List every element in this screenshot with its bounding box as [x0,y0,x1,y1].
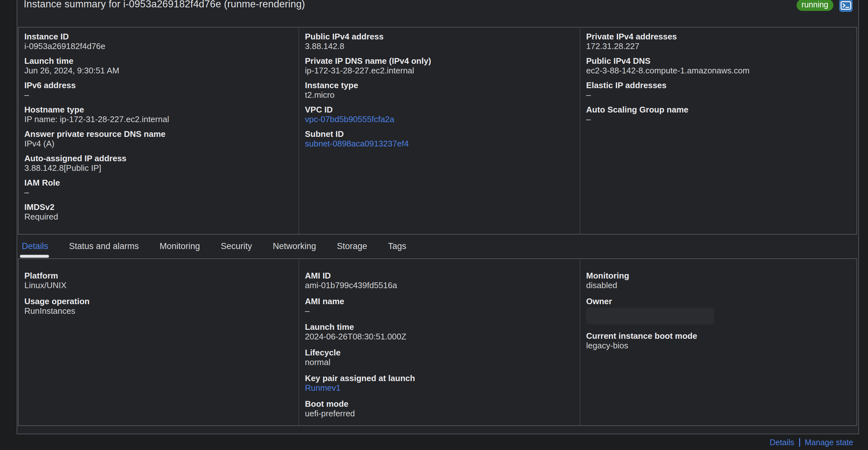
tab-tags[interactable]: Tags [388,235,406,258]
field-value: 3.88.142.8 [305,42,572,51]
field-value: ami-01b799c439fd5516a [305,281,572,290]
tab-storage[interactable]: Storage [337,235,367,258]
details-column-1: PlatformLinux/UNIXUsage operationRunInst… [19,259,299,425]
field-value-link[interactable]: Runmev1 [305,383,572,392]
field-value-link[interactable]: subnet-0898aca0913237ef4 [305,139,572,148]
field-label: Owner [586,297,849,306]
tab-status-and-alarms[interactable]: Status and alarms [69,235,139,258]
field-label: VPC ID [305,105,572,114]
field-label: Auto-assigned IP address [24,154,291,163]
field-vpc-id: VPC IDvpc-07bd5b90555fcfa2a [305,105,572,124]
field-label: Platform [24,271,291,280]
footer-details-link[interactable]: Details [770,438,794,447]
field-lifecycle: Lifecyclenormal [305,348,572,367]
field-label: Monitoring [586,271,849,280]
field-instance-type: Instance typet2.micro [305,81,572,99]
field-answer-private-resource-dns-name: Answer private resource DNS nameIPv4 (A) [24,129,291,148]
summary-column-2: Public IPv4 address3.88.142.8Private IP … [299,28,580,234]
field-value: – [24,90,291,99]
field-value: disabled [586,281,849,290]
redacted-value [586,308,714,324]
tab-bar: DetailsStatus and alarmsMonitoringSecuri… [18,235,857,258]
field-launch-time: Launch time2024-06-26T08:30:51.000Z [305,323,572,341]
summary-box: Instance IDi-0953a269182f4d76eLaunch tim… [18,27,857,235]
field-iam-role: IAM Role– [24,178,291,197]
field-value: 172.31.28.227 [586,42,849,51]
field-label: Launch time [305,323,572,331]
field-instance-id: Instance IDi-0953a269182f4d76e [24,32,291,51]
field-value-link[interactable]: vpc-07bd5b90555fcfa2a [305,115,572,124]
field-value: RunInstances [24,306,291,316]
field-label: IMDSv2 [24,203,291,212]
field-value: – [586,115,849,124]
field-value: uefi-preferred [305,409,572,418]
field-label: Private IPv4 addresses [586,32,849,41]
field-public-ipv4-address: Public IPv4 address3.88.142.8 [305,32,572,51]
field-launch-time: Launch timeJun 26, 2024, 9:30:51 AM [24,56,291,75]
field-label: Private IP DNS name (IPv4 only) [305,56,572,65]
field-value: Jun 26, 2024, 9:30:51 AM [24,66,291,75]
details-box: PlatformLinux/UNIXUsage operationRunInst… [18,258,857,426]
field-label: Instance ID [24,32,291,41]
field-monitoring: Monitoringdisabled [586,271,849,290]
field-ami-id: AMI IDami-01b799c439fd5516a [305,271,572,290]
field-label: Subnet ID [305,129,572,139]
tab-details[interactable]: Details [22,235,49,258]
tab-networking[interactable]: Networking [273,235,316,258]
field-value: IP name: ip-172-31-28-227.ec2.internal [24,115,291,124]
field-label: Public IPv4 address [305,32,572,41]
field-label: IPv6 address [24,81,291,90]
field-ipv6-address: IPv6 address– [24,81,291,99]
field-label: Answer private resource DNS name [24,129,291,139]
field-ami-name: AMI name– [305,297,572,316]
field-private-ipv4-addresses: Private IPv4 addresses172.31.28.227 [586,32,849,51]
field-elastic-ip-addresses: Elastic IP addresses– [586,81,849,99]
field-value: legacy-bios [586,341,849,350]
footer-manage-state-link[interactable]: Manage state [805,438,854,447]
field-value: 2024-06-26T08:30:51.000Z [305,332,572,341]
field-value: IPv4 (A) [24,139,291,148]
field-value: Linux/UNIX [24,281,291,290]
field-label: IAM Role [24,178,291,187]
details-column-3: MonitoringdisabledOwnerCurrent instance … [580,259,857,425]
field-value: t2.micro [305,90,572,99]
field-label: Lifecycle [305,348,572,357]
footer-divider [799,438,800,447]
field-value: – [586,90,849,99]
field-private-ip-dns-name-ipv4-only-: Private IP DNS name (IPv4 only)ip-172-31… [305,56,572,75]
field-label: Public IPv4 DNS [586,56,849,65]
summary-column-3: Private IPv4 addresses172.31.28.227Publi… [580,28,857,234]
field-label: Key pair assigned at launch [305,374,572,383]
details-column-2: AMI IDami-01b799c439fd5516aAMI name–Laun… [299,259,580,425]
field-label: Hostname type [24,105,291,114]
summary-column-1: Instance IDi-0953a269182f4d76eLaunch tim… [19,28,299,234]
footer-actions: Details Manage state [770,438,853,447]
field-value: – [305,306,572,316]
field-usage-operation: Usage operationRunInstances [24,297,291,316]
field-label: AMI name [305,297,572,306]
field-auto-scaling-group-name: Auto Scaling Group name– [586,105,849,124]
field-value: – [24,188,291,197]
field-label: Boot mode [305,399,572,408]
field-boot-mode: Boot modeuefi-preferred [305,399,572,418]
field-label: Usage operation [24,297,291,306]
field-current-instance-boot-mode: Current instance boot modelegacy-bios [586,331,849,350]
field-imdsv2: IMDSv2Required [24,203,291,221]
tab-security[interactable]: Security [221,235,252,258]
field-value: Required [24,212,291,221]
field-value: 3.88.142.8[Public IP] [24,163,291,173]
field-label: Launch time [24,56,291,65]
field-value: ip-172-31-28-227.ec2.internal [305,66,572,75]
field-subnet-id: Subnet IDsubnet-0898aca0913237ef4 [305,129,572,148]
field-owner: Owner [586,297,849,324]
tab-monitoring[interactable]: Monitoring [159,235,200,258]
field-value: normal [305,358,572,367]
field-label: Current instance boot mode [586,331,849,340]
field-public-ipv4-dns: Public IPv4 DNSec2-3-88-142-8.compute-1.… [586,56,849,75]
connect-terminal-button[interactable] [839,0,852,12]
field-label: Elastic IP addresses [586,81,849,90]
field-auto-assigned-ip-address: Auto-assigned IP address3.88.142.8[Publi… [24,154,291,173]
terminal-icon [840,1,851,10]
instance-summary-panel: Instance summary for i-0953a269182f4d76e… [17,0,859,434]
field-platform: PlatformLinux/UNIX [24,271,291,290]
